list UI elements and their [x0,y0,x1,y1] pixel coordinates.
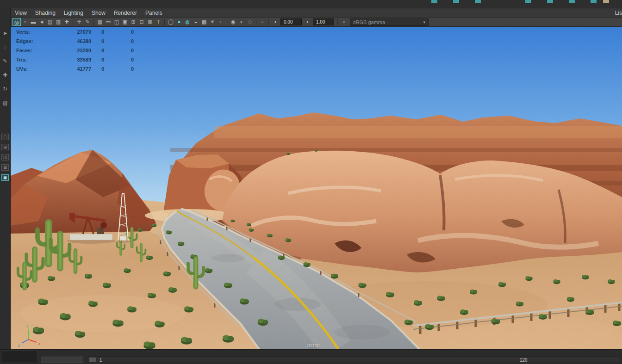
layout-persp-outliner-button[interactable]: ◫ [1,154,9,160]
color-management-icon[interactable]: ● [340,18,348,26]
playback-widget-clipped[interactable] [1,351,38,363]
toolbar-separator [227,19,227,25]
field-chart-icon[interactable]: ⊞ [129,18,137,26]
hud-row-uvs: UVs: 41777 0 0 [16,66,134,75]
hud-value: 0 [104,48,134,57]
move-tool-icon[interactable]: ✚ [1,71,9,79]
heads-up-display-icon[interactable]: T [154,18,162,26]
menu-panels[interactable]: Panels [141,8,167,18]
clipped-panel-icon[interactable] [603,0,609,3]
lights-icon[interactable]: ☀ [208,18,217,26]
xray-joints-icon[interactable]: ⊙ [246,18,254,26]
hud-row-faces: Faces: 23200 0 0 [16,48,134,57]
channel-box-icon[interactable] [525,0,531,3]
axis-z-label: z [18,343,20,348]
modeling-toolkit-icon[interactable] [431,0,437,3]
pan-zoom-icon[interactable]: ✚ [62,18,71,26]
safe-action-icon[interactable]: ⊡ [137,18,146,26]
layout-single-pane-button[interactable]: □ [1,134,9,140]
safe-title-icon[interactable]: ⊠ [146,18,154,26]
panel-toolbar-icons: ◎▾▬◄▤▥✚✛✎▦▭◫▣⊞⊡⊠T◯●◍◒▩☀◗◉◐⊙➢ [12,18,271,26]
wireframe-icon[interactable]: ◯ [167,18,175,26]
axis-x-label: x [38,341,41,346]
hud-value: 0 [104,38,134,48]
hud-value: 0 [104,66,134,75]
bookmark-icon[interactable]: ▤ [46,18,54,26]
smooth-shade-icon[interactable]: ● [175,18,183,26]
hud-label: Tris: [16,57,43,66]
isolate-select-icon[interactable]: ◉ [229,18,237,26]
attribute-editor-icon[interactable] [453,0,459,3]
hud-poly-count: Verts: 27079 0 0 Edges: 46380 0 0 Faces:… [16,29,134,75]
camera-lock-icon[interactable]: ▬ [29,18,37,26]
toolbox-tools: ➤◌✎✚↻▧ [1,30,9,107]
menu-lighting[interactable]: Lighting [60,8,87,18]
toolbar-separator [256,19,256,25]
toolbox-layout-shortcuts: □⊞◫⊟▣ [1,134,9,181]
toolbar-separator [164,19,165,25]
pencil-select-icon[interactable]: ✎ [83,18,92,26]
display-layer-icon[interactable] [569,0,575,3]
maya-window: ➤◌✎✚↻▧ □⊞◫⊟▣ ViewShadingLightingShowRend… [0,0,622,364]
hud-value: 0 [91,66,104,75]
exposure-field[interactable]: 0.00 [280,19,302,25]
gate-mask-icon[interactable]: ▣ [121,18,129,26]
menu-view[interactable]: View [11,8,31,18]
hud-value: 23200 [43,48,91,57]
view-transform-dropdown[interactable]: sRGB gamma ▾ [350,19,429,26]
tool-settings-icon[interactable] [475,0,481,3]
lighting-toggle-icon[interactable]: ◎ [12,18,21,26]
grid-icon[interactable]: ▦ [96,18,104,26]
time-slider[interactable]: 1 120 [88,357,620,363]
axis-y-label: y [26,324,29,328]
resolution-gate-icon[interactable]: ◫ [112,18,121,26]
xray-icon[interactable]: ◐ [237,18,246,26]
exposure-icon[interactable]: ◑ [271,18,279,26]
panel-menu-items: ViewShadingLightingShowRendererPanels [11,8,167,18]
anim-layer-icon[interactable] [591,0,597,3]
perspective-viewport[interactable]: y x z Verts: 27079 0 0 Edges: 46380 0 0 … [11,27,622,349]
gamma-icon[interactable]: ◖ [303,18,311,26]
camera-menu-icon[interactable]: ▾ [21,18,29,26]
paint-select-tool-icon[interactable]: ✎ [1,57,9,65]
hud-value: 27079 [43,29,91,38]
checker-shade-icon[interactable]: ▩ [200,18,208,26]
frame-start-label: 1 [100,357,102,363]
hud-value: 0 [91,38,104,48]
range-widget-clipped[interactable] [41,357,83,363]
layer-editor-icon[interactable] [547,0,553,3]
lasso-tool-icon[interactable]: ◌ [1,43,9,51]
hud-row-tris: Tris: 33589 0 0 [16,57,134,66]
gamma-field[interactable]: 1.00 [313,19,334,25]
layout-four-pane-button[interactable]: ⊞ [1,144,9,150]
textured-icon[interactable]: ◍ [183,18,192,26]
image-plane-icon[interactable]: ▥ [54,18,62,26]
hud-label: Edges: [16,38,43,48]
hud-value: 0 [104,29,134,38]
menu-show[interactable]: Show [87,8,110,18]
default-material-icon[interactable]: ◒ [192,18,200,26]
menu-renderer[interactable]: Renderer [110,8,141,18]
rotate-tool-icon[interactable]: ↻ [1,85,9,93]
layout-current-button[interactable]: ▣ [1,174,9,181]
scale-tool-icon[interactable]: ▧ [1,99,9,107]
hud-value: 0 [91,29,104,38]
toolbar-separator [268,19,269,25]
main-toolbar-clipped [0,0,622,8]
shadows-icon[interactable]: ◗ [217,18,225,26]
add-selection-icon[interactable]: ✛ [75,18,83,26]
menu-shading[interactable]: Shading [31,8,60,18]
channel-box-menu-clipped[interactable]: Lis [615,10,622,16]
chevron-down-icon: ▾ [423,20,425,25]
camera-attributes-icon[interactable]: ◄ [37,18,46,26]
toolbox-sidebar: ➤◌✎✚↻▧ □⊞◫⊟▣ [0,8,11,349]
frame-end-label: 120 [520,357,528,363]
film-gate-icon[interactable]: ▭ [104,18,112,26]
layout-persp-graph-button[interactable]: ⊟ [1,164,9,171]
timeline-bar: 1 120 [0,349,622,364]
hud-row-edges: Edges: 46380 0 0 [16,38,134,48]
current-frame-marker[interactable] [89,358,96,362]
select-tool-icon[interactable]: ➤ [1,30,9,37]
plugin-shading-icon[interactable]: ➢ [258,18,267,26]
hud-value: 33589 [43,57,91,66]
